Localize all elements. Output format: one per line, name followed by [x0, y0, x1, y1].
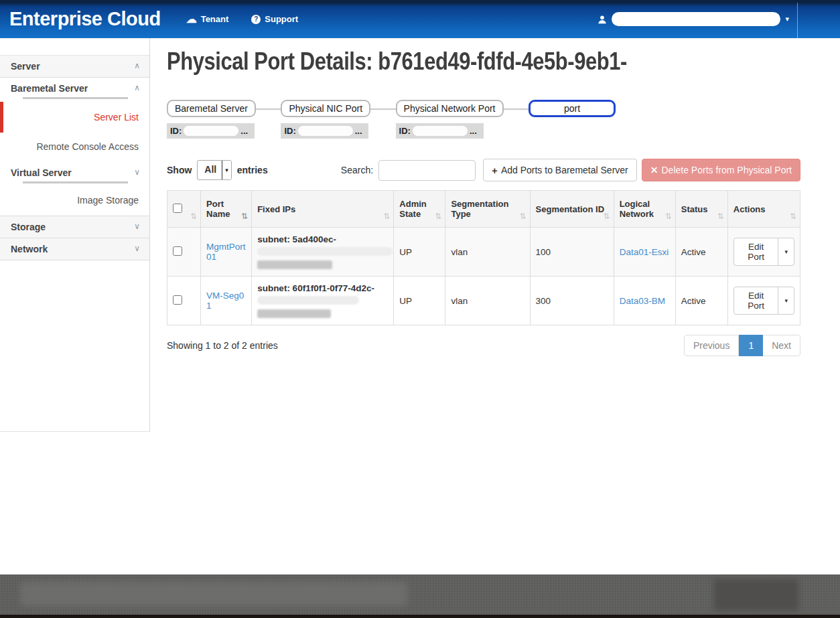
- sort-icon[interactable]: ⇅: [383, 212, 390, 221]
- chevron-down-icon: ▾: [222, 161, 231, 179]
- chevron-up-icon: ∧: [134, 61, 140, 70]
- sidebar-item-label: Virtual Server: [11, 167, 72, 178]
- search-group: Search:: [341, 160, 476, 181]
- breadcrumb-step-physical-network-port: Physical Network Port ID: ...: [396, 100, 504, 139]
- edit-port-dropdown-button[interactable]: ▾: [778, 238, 794, 266]
- select-all-checkbox[interactable]: [173, 204, 182, 213]
- sort-icon[interactable]: ⇅: [241, 212, 248, 221]
- column-fixed-ips[interactable]: Fixed IPs ⇅: [252, 191, 394, 228]
- column-label: Admin State: [399, 199, 426, 219]
- cell-logical-network: Data03-BM: [614, 277, 675, 325]
- column-logical-network[interactable]: Logical Network ⇅: [614, 191, 675, 228]
- chevron-up-icon: ∧: [134, 83, 140, 92]
- edit-port-button[interactable]: Edit Port: [733, 287, 779, 315]
- sidebar-item-remote-console-access[interactable]: Remote Console Access: [0, 133, 149, 162]
- sort-icon[interactable]: ⇅: [190, 212, 197, 221]
- column-port-name[interactable]: Port Name ⇅: [201, 191, 252, 228]
- logical-network-link[interactable]: Data01-Esxi: [620, 247, 669, 257]
- id-redacted: [184, 126, 238, 136]
- sidebar-item-label: Server List: [94, 112, 139, 123]
- column-status[interactable]: Status ⇅: [675, 191, 727, 228]
- breadcrumb-node[interactable]: Physical NIC Port: [281, 100, 370, 117]
- subnet-text: subnet: 5ad400ec-: [257, 234, 388, 244]
- cell-port-name: MgmtPort01: [201, 228, 252, 277]
- entries-info: Showing 1 to 2 of 2 entries: [167, 340, 278, 351]
- column-actions[interactable]: Actions ⇅: [727, 191, 800, 228]
- pagination-page-1[interactable]: 1: [739, 335, 763, 356]
- search-input[interactable]: [378, 160, 476, 181]
- sidebar-item-baremetal-server[interactable]: Baremetal Server ∧: [0, 78, 149, 102]
- row-checkbox[interactable]: [173, 295, 182, 305]
- id-box: ID: ...: [167, 123, 255, 139]
- chevron-down-icon: ▾: [784, 248, 788, 255]
- sort-icon[interactable]: ⇅: [435, 212, 441, 221]
- port-name-link[interactable]: MgmtPort01: [206, 242, 246, 262]
- sidebar-item-virtual-server[interactable]: Virtual Server ∨: [0, 162, 149, 186]
- add-ports-button[interactable]: + Add Ports to Baremetal Server: [483, 159, 637, 181]
- redacted-subnet-id: [257, 247, 393, 256]
- breadcrumb: Baremetal Server ID: ... Physical NIC Po…: [167, 100, 616, 139]
- cell-segmentation-id: 100: [530, 228, 614, 277]
- entries-select-value: All: [198, 161, 222, 179]
- cloud-icon: ☁: [186, 14, 197, 25]
- sort-icon[interactable]: ⇅: [665, 212, 672, 221]
- pagination-previous[interactable]: Previous: [684, 335, 739, 356]
- cell-admin-state: UP: [394, 228, 445, 277]
- id-box: ID: ...: [281, 123, 368, 139]
- edit-port-button[interactable]: Edit Port: [733, 238, 779, 266]
- close-icon: ✕: [650, 165, 658, 175]
- sort-icon[interactable]: ⇅: [519, 212, 526, 221]
- edit-port-dropdown-button[interactable]: ▾: [778, 287, 794, 315]
- logical-network-link[interactable]: Data03-BM: [620, 296, 665, 306]
- add-ports-label: Add Ports to Baremetal Server: [501, 165, 628, 175]
- edit-port-button-group: Edit Port ▾: [733, 238, 794, 266]
- breadcrumb-step-port: port: [529, 100, 616, 117]
- sort-icon[interactable]: ⇅: [790, 212, 796, 221]
- section-underline: [23, 97, 128, 99]
- chevron-down-icon: ∨: [134, 244, 140, 253]
- sidebar-item-server-list[interactable]: Server List: [0, 102, 149, 133]
- entries-select[interactable]: All ▾: [197, 160, 231, 180]
- column-select-all[interactable]: ⇅: [167, 191, 201, 228]
- column-segmentation-id[interactable]: Segmentation ID ⇅: [530, 191, 614, 228]
- cell-segmentation-type: vlan: [445, 277, 530, 325]
- breadcrumb-step-physical-nic-port: Physical NIC Port ID: ...: [281, 100, 370, 139]
- sidebar-item-label: Network: [11, 244, 48, 254]
- column-segmentation-type[interactable]: Segmentation Type ⇅: [445, 191, 530, 228]
- brand-logo[interactable]: Enterprise Cloud: [9, 8, 161, 30]
- cell-status: Active: [675, 228, 727, 277]
- nav-tenant[interactable]: ☁ Tenant: [186, 14, 229, 25]
- nav-support[interactable]: ? Support: [251, 14, 298, 24]
- cell-actions: Edit Port ▾: [727, 228, 800, 277]
- sort-icon[interactable]: ⇅: [604, 212, 610, 221]
- cell-fixed-ips: subnet: 60f1f0f1-0f77-4d2c-: [252, 277, 394, 325]
- question-icon: ?: [251, 15, 261, 24]
- page-title: Physical Port Details: b761ed49-fdfd-4e5…: [167, 48, 636, 76]
- breadcrumb-node[interactable]: Baremetal Server: [167, 100, 256, 117]
- delete-ports-button[interactable]: ✕ Delete Ports from Physical Port: [642, 159, 800, 181]
- id-label: ID:: [284, 126, 295, 136]
- section-underline: [23, 181, 128, 183]
- sidebar-item-network[interactable]: Network ∨: [0, 238, 149, 260]
- chevron-down-icon: ∨: [134, 167, 140, 177]
- column-label: Segmentation Type: [451, 199, 508, 219]
- cell-admin-state: UP: [394, 277, 445, 325]
- sidebar-item-image-storage[interactable]: Image Storage: [0, 186, 149, 216]
- breadcrumb-node[interactable]: Physical Network Port: [396, 100, 504, 117]
- row-checkbox[interactable]: [173, 246, 182, 256]
- id-redacted: [298, 126, 353, 136]
- pagination-next[interactable]: Next: [763, 335, 800, 356]
- edit-port-button-group: Edit Port ▾: [733, 287, 794, 315]
- entries-label: entries: [237, 165, 268, 175]
- main-content: Physical Port Details: b761ed49-fdfd-4e5…: [150, 38, 840, 356]
- port-name-link[interactable]: VM-Seg01: [206, 291, 244, 311]
- breadcrumb-node-active[interactable]: port: [529, 100, 616, 117]
- column-admin-state[interactable]: Admin State ⇅: [394, 191, 445, 228]
- sort-icon[interactable]: ⇅: [717, 212, 724, 221]
- sidebar-item-server[interactable]: Server ∧: [0, 56, 149, 78]
- sidebar-item-label: Baremetal Server: [11, 83, 88, 94]
- column-label: Actions: [733, 204, 766, 214]
- sidebar-item-storage[interactable]: Storage ∨: [0, 216, 149, 238]
- user-menu[interactable]: ▾: [598, 12, 789, 26]
- cell-segmentation-id: 300: [530, 277, 614, 325]
